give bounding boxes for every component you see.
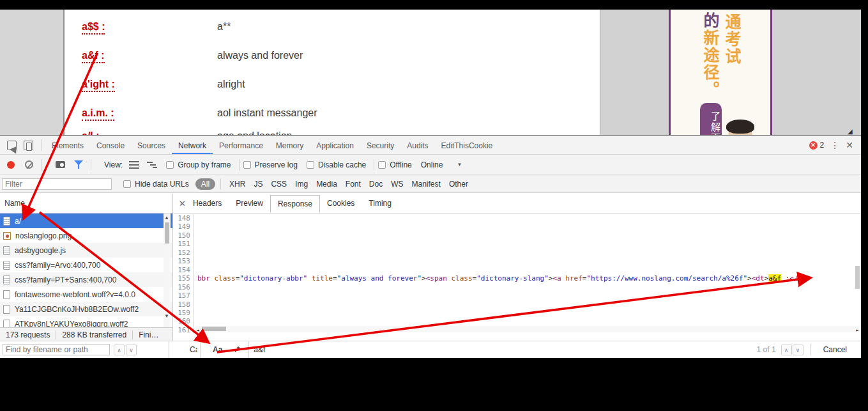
find-filename-input[interactable] [3,344,110,355]
scroll-up-icon[interactable]: ▲ [164,215,169,221]
throttling-dropdown[interactable]: Online [421,160,443,169]
font-file-icon [3,305,10,314]
filter-funnel-icon[interactable] [74,160,83,169]
request-row[interactable]: fontawesome-webfont.woff?v=4.0.0 [0,287,172,302]
filter-input[interactable] [2,178,112,190]
name-column-header[interactable]: Name [0,194,172,213]
tab-memory[interactable]: Memory [270,137,310,154]
toolbar-divider [41,159,42,171]
network-filter-bar: Hide data URLs All XHR JS CSS Img Media … [0,175,861,193]
find-cancel-button-clipped[interactable]: Cancel [190,345,197,354]
filter-type-ws[interactable]: WS [391,180,403,189]
tab-audits[interactable]: Audits [400,137,434,154]
dictionary-term-link[interactable]: a'ight : [82,79,115,92]
dictionary-term-link[interactable]: a.i.m. : [82,107,114,121]
tab-headers[interactable]: Headers [186,195,229,212]
search-cancel-button[interactable]: Cancel [810,344,861,355]
dictionary-term-link[interactable]: a&f : [82,50,105,63]
scroll-left-icon[interactable]: ◄ [196,326,199,334]
search-previous-button[interactable]: ∧ [781,345,792,355]
request-list-scrollbar[interactable]: ▲ ▼ [164,213,171,328]
filter-type-all[interactable]: All [195,178,215,190]
request-row[interactable]: a/ [0,213,172,228]
search-input[interactable]: a&f 1 of 1 ∧ ∨ Cancel [248,341,861,358]
group-by-frame-label: Group by frame [178,160,231,169]
preserve-log-checkbox[interactable] [243,161,251,169]
source-code-line: bbr class="dictonary-abbr" title="always… [197,274,802,283]
tab-application[interactable]: Application [310,137,360,154]
request-row[interactable]: ATKpv8nLYAKUYexo8iqqrq.woff2 [0,316,172,327]
search-next-button[interactable]: ∨ [793,345,803,355]
tab-timing[interactable]: Timing [362,195,399,212]
filter-type-css[interactable]: CSS [271,180,287,189]
devtools-menu-icon[interactable]: ⋮ [830,140,839,150]
vertical-scrollbar-thumb[interactable] [855,266,860,289]
find-next-button[interactable]: ∨ [126,345,137,355]
request-row[interactable]: css?family=PT+Sans:400,700 [0,272,172,287]
match-case-toggle[interactable]: Aa [213,345,222,354]
tab-console[interactable]: Console [90,137,131,154]
error-count-badge[interactable]: ✕ 2 [809,141,825,150]
offline-checkbox[interactable] [378,161,386,169]
disable-cache-checkbox[interactable] [307,161,314,169]
filter-type-font[interactable]: Font [346,180,361,189]
filter-type-xhr[interactable]: XHR [229,180,245,189]
tab-cookies[interactable]: Cookies [320,195,362,212]
devtools-close-icon[interactable]: ✕ [846,140,853,150]
font-file-icon [3,320,10,328]
use-large-rows-icon[interactable] [129,161,139,169]
response-source-viewer[interactable]: 148 149 150 151 152 153 154 155 156 157 … [174,213,861,334]
horizontal-scrollbar[interactable]: ◄ ► [195,326,860,332]
scrollbar-thumb[interactable] [202,327,226,331]
scroll-right-icon[interactable]: ► [856,326,859,334]
toolbar-divider [239,159,240,171]
tab-editthiscookie[interactable]: EditThisCookie [435,137,499,154]
hide-data-urls-label: Hide data URLs [135,180,189,189]
request-name: a/ [15,217,21,226]
clear-network-log-icon[interactable] [25,160,33,169]
webpage-content: a$$ : a** a&f : always and forever a'igh… [63,10,600,135]
devtools-window: Elements Console Sources Network Perform… [0,135,861,358]
disable-cache-label: Disable cache [318,160,366,169]
request-name: Ya11CJGBCnKoJHvb8B2EOw.woff2 [15,305,139,314]
scrollbar-thumb[interactable] [165,222,169,244]
tab-preview[interactable]: Preview [229,195,270,212]
chevron-down-icon[interactable]: ▼ [457,162,462,167]
filter-type-js[interactable]: JS [254,180,263,189]
request-row[interactable]: css?family=Arvo:400,700 [0,258,172,272]
dictionary-term-link[interactable]: a$$ : [82,21,105,35]
advertisement-banner[interactable]: 通考试 的新途径。 了解更 [669,10,772,135]
hide-data-urls-checkbox[interactable] [123,180,131,188]
request-row[interactable]: noslanglogo.png [0,228,172,243]
screen-letterbox-top [0,0,868,10]
request-row[interactable]: adsbygoogle.js [0,243,172,258]
device-toolbar-icon[interactable] [24,141,33,150]
ad-learn-more-button[interactable]: 了解更 [700,103,722,135]
preserve-log-label: Preserve log [255,160,298,169]
filter-type-other[interactable]: Other [449,180,468,189]
tab-network[interactable]: Network [172,137,213,154]
request-row[interactable]: Ya11CJGBCnKoJHvb8B2EOw.woff2 [0,302,172,316]
group-by-frame-checkbox[interactable] [166,161,174,169]
filter-type-manifest[interactable]: Manifest [412,180,441,189]
record-network-log-button[interactable] [7,161,15,169]
tab-performance[interactable]: Performance [213,137,270,154]
capture-screenshots-icon[interactable] [56,161,65,168]
tab-response[interactable]: Response [270,195,320,213]
request-list-pane: Name a/ noslanglogo.png adsbygoogle.js c… [0,194,173,342]
inspect-element-icon[interactable] [7,141,17,150]
regex-toggle[interactable]: .* [234,345,240,354]
filter-type-img[interactable]: Img [295,180,308,189]
filter-type-media[interactable]: Media [316,180,337,189]
filter-type-doc[interactable]: Doc [369,180,383,189]
tab-sources[interactable]: Sources [131,137,172,154]
find-previous-button[interactable]: ∧ [114,345,125,355]
search-query: a&f [254,345,265,354]
tab-security[interactable]: Security [360,137,400,154]
dictionary-term-link[interactable]: a/l : [82,130,100,135]
page-scrollbar-arrow-icon[interactable]: ◢ [848,128,853,135]
scroll-down-icon[interactable]: ▼ [164,313,169,319]
tab-elements[interactable]: Elements [45,137,90,154]
close-detail-icon[interactable]: ✕ [179,199,186,208]
show-overview-icon[interactable] [147,161,157,169]
